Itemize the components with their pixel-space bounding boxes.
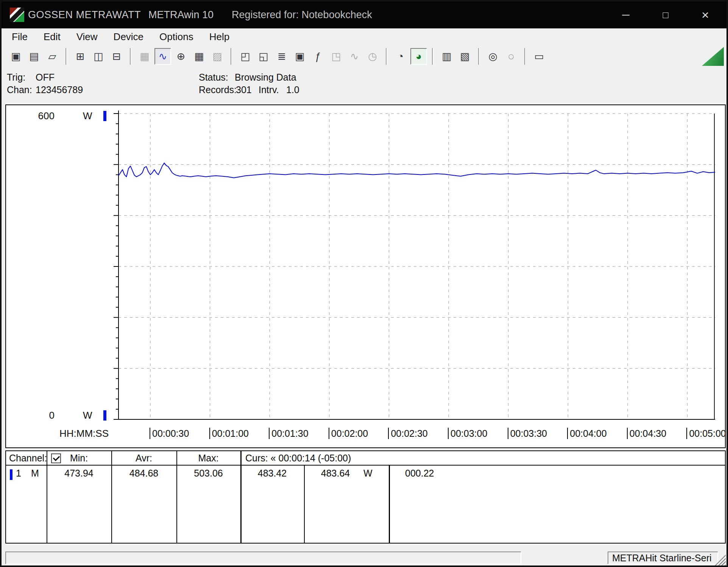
histogram-button[interactable]: ▨ [209,48,226,65]
measurement-list-button[interactable]: ≣ [273,48,290,65]
channel-color-marker [10,469,12,480]
crosshair-icon: ⊕ [177,50,186,62]
list-icon: ≣ [277,50,286,62]
filter-button[interactable]: ∿ [346,48,363,65]
status-label: Status: [199,72,228,83]
table-divider [111,451,112,543]
menu-item-help[interactable]: Help [201,31,237,43]
x-axis-tick-label: 00:04:30 [627,428,666,439]
percent-scale-button[interactable]: ◔ [392,48,409,65]
x-axis-tick-label: 00:01:00 [209,428,249,439]
calculator-button[interactable]: ◳ [328,48,345,65]
data-table-button[interactable]: ▦ [191,48,207,65]
zoom-in-button[interactable]: ◎ [485,48,501,65]
formula-button[interactable]: ƒ [310,48,326,65]
histogram-icon: ▨ [212,50,222,62]
channels-label: Chan: [7,84,32,95]
device-field: METRAHit Starline-Seri [608,551,718,564]
cursor-column-header: Curs: « 00:00:14 (-05:00) [245,453,351,464]
table-header-divider [6,465,725,466]
table-divider [240,451,242,543]
menu-item-view[interactable]: View [69,31,106,43]
yt-chart-button[interactable]: ∿ [154,48,171,65]
table-grid-icon: ▦ [194,50,204,62]
table-divider [304,466,305,543]
sine-filter-icon: ∿ [350,50,359,62]
menu-item-file[interactable]: File [4,31,36,43]
menu-item-device[interactable]: Device [106,31,151,43]
records-label: Records: [199,84,237,95]
open-button[interactable]: ▱ [44,48,61,65]
toolbar-separator [65,48,67,65]
app-logo-icon [10,8,24,22]
numeric-panel-icon: ▦ [140,50,150,62]
fx-icon: ƒ [315,51,321,62]
x-axis-tick-label: 00:04:00 [567,428,606,439]
x-axis-tick-label: 00:03:00 [448,428,487,439]
save-as-button[interactable]: ▤ [26,48,42,65]
channel-number-cell: 1 [16,468,21,479]
zoom-out-button[interactable]: ◌ [503,48,519,65]
minimize-button[interactable]: ─ [613,2,639,28]
copy-chart-button[interactable]: ◰ [237,48,254,65]
menu-item-options[interactable]: Options [151,31,201,43]
print-preview-icon: ▧ [460,50,470,62]
envelope-button[interactable]: ◷ [364,48,381,65]
xy-chart-button[interactable]: ⊕ [173,48,189,65]
toolbar-separator [130,48,131,65]
help-tooltip-button[interactable]: ▭ [531,48,547,65]
table-divider [176,451,177,543]
records-value: 301 [236,84,252,95]
delta-value-cell: 000.22 [405,468,434,479]
print-preview-button[interactable]: ▧ [457,48,473,65]
chart-canvas[interactable] [6,105,725,447]
close-button[interactable]: × [692,2,719,28]
toolbar-separator [478,48,480,65]
numeric-display-button[interactable]: ▦ [136,48,153,65]
cursor2-value-cell: 483.64 [309,468,362,479]
save-button[interactable]: ▣ [8,48,24,65]
toolbar-separator [432,48,433,65]
calculator-icon: ◳ [331,50,341,62]
copy-icon: ◰ [240,50,250,62]
print-button[interactable]: ▥ [438,48,455,65]
x-axis-tick-label: 00:03:30 [508,428,547,439]
live-record-button[interactable]: ◕ [410,48,427,65]
title-bar: GOSSEN METRAWATT METRAwin 10 Registered … [2,2,726,28]
channel-column-header: Channel: [9,453,47,464]
floppy-disk-icon: ▣ [11,50,21,62]
open-folder-icon: ▱ [48,50,56,62]
x-axis-tick-label: 00:00:30 [150,428,189,439]
x-axis-tick-label: 00:02:00 [329,428,368,439]
toolbar: ▣▤▱⊞◫⊟▦∿⊕▦▨◰◱≣▣ƒ◳∿◷◔◕▥▧◎◌▭ [2,45,726,68]
trigger-label: Trig: [7,72,25,83]
printer-icon: ▥ [442,50,452,62]
menu-item-edit[interactable]: Edit [36,31,69,43]
toolbar-separator [386,48,387,65]
channel-mode-cell: M [31,468,39,479]
title-brand: GOSSEN METRAWATT [28,2,141,28]
x-axis-tick-label: 00:01:30 [269,428,308,439]
maximize-button[interactable]: □ [652,2,679,28]
status-value: Browsing Data [235,72,296,83]
toolbar-separator [524,48,526,65]
max-value-cell: 503.06 [176,468,240,479]
channel-config-icon: ◱ [259,50,268,62]
read-device-button[interactable]: ◫ [90,48,107,65]
export-data-button[interactable]: ⊞ [72,48,89,65]
menu-bar: FileEditViewDeviceOptionsHelp [2,28,726,45]
unit-cell: W [363,468,373,479]
max-column-header: Max: [176,453,240,464]
monitor-button[interactable]: ▣ [292,48,308,65]
cursor1-value-cell: 483.42 [240,468,304,479]
channel-config-button[interactable]: ◱ [255,48,272,65]
percent-clock-icon: ◔ [398,51,404,62]
title-registered: Registered for: Notebookcheck [232,2,372,28]
app-window: GOSSEN METRAWATT METRAwin 10 Registered … [0,0,728,567]
avr-value-cell: 484.68 [111,468,176,479]
device-memory-button[interactable]: ⊟ [108,48,125,65]
table-divider [47,451,47,543]
channel-stats-table: Channel: Min: Avr: Max: Curs: « 00:00:14… [5,450,726,544]
envelope-curve-icon: ◷ [368,50,377,62]
channels-value: 123456789 [36,84,83,95]
